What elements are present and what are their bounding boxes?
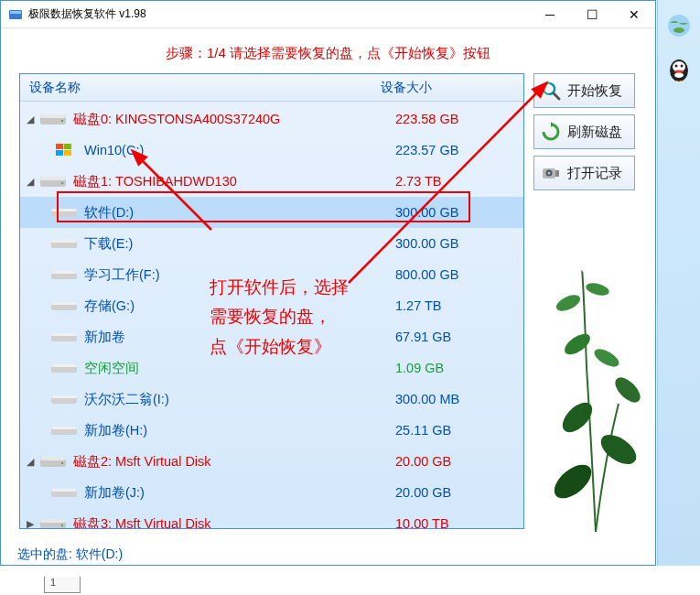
device-panel: 设备名称 设备大小 ◢磁盘0: KINGSTONSA400S37240G223.… [19,73,524,529]
volume-icon [49,359,79,377]
svg-line-38 [554,93,559,99]
svg-point-4 [61,120,63,122]
disk-icon [38,514,68,528]
table-header: 设备名称 设备大小 [20,74,523,102]
volume-row[interactable]: 新加卷(J:)20.00 GB [20,477,523,508]
row-size: 20.00 GB [395,485,523,500]
svg-rect-1 [10,11,21,14]
svg-point-59 [668,15,690,37]
row-size: 20.00 GB [395,454,523,469]
start-recovery-button[interactable]: 开始恢复 [533,73,635,108]
svg-rect-23 [51,364,77,367]
row-label: 新加卷(H:) [84,422,395,439]
volume-row[interactable]: 软件(D:)300.00 GB [20,197,523,228]
row-size: 67.91 GB [395,330,523,344]
volume-row[interactable]: 存储(G:)1.27 TB [20,290,523,321]
volume-icon [49,483,79,502]
disk-icon [38,110,68,128]
svg-rect-13 [51,209,77,211]
volume-icon [49,390,79,408]
status-bar: 选中的盘: 软件(D:) [1,545,655,565]
refresh-icon [540,121,562,143]
sidebar-globe-icon[interactable] [661,7,697,44]
row-size: 800.00 GB [395,267,523,282]
row-size: 300.00 GB [395,205,523,220]
header-name: 设备名称 [20,80,377,96]
volume-row[interactable]: 下载(E:)300.00 GB [20,228,523,259]
svg-rect-3 [40,114,66,118]
row-label: 软件(D:) [84,204,395,222]
row-label: 沃尔沃二翁(I:) [84,391,395,408]
titlebar: 极限数据恢复软件 v1.98 ─ ☐ ✕ [1,1,655,28]
volume-row[interactable]: Win10(C:)223.57 GB [20,135,523,166]
row-label: 磁盘1: TOSHIBAHDWD130 [73,173,395,190]
expander-icon[interactable]: ◢ [24,456,37,468]
row-size: 300.00 GB [395,236,523,251]
header-size: 设备大小 [377,80,523,96]
svg-rect-27 [51,427,77,429]
row-label: 下载(E:) [84,235,395,253]
volume-row[interactable]: 空闲空间1.09 GB [20,352,523,384]
svg-rect-32 [51,489,77,492]
app-window: 极限数据恢复软件 v1.98 ─ ☐ ✕ 步骤：1/4 请选择需要恢复的盘，点《… [0,0,656,566]
app-icon [8,7,23,22]
svg-point-35 [61,525,63,526]
refresh-disk-label: 刷新磁盘 [567,124,622,141]
row-label: Win10(C:) [84,143,395,157]
row-label: 磁盘2: Msft Virtual Disk [73,453,395,471]
volume-icon [49,234,79,253]
device-tree[interactable]: ◢磁盘0: KINGSTONSA400S37240G223.58 GBWin10… [20,102,523,528]
row-size: 300.00 MB [395,392,523,406]
windows-icon [49,141,79,159]
expander-icon[interactable]: ▶ [24,518,37,529]
disk-row[interactable]: ◢磁盘0: KINGSTONSA400S37240G223.58 GB [20,103,523,135]
svg-point-63 [675,65,678,68]
svg-point-30 [61,462,63,464]
row-label: 新加卷(J:) [84,484,395,502]
sidebar-qq-icon[interactable] [661,51,697,88]
volume-row[interactable]: 新加卷67.91 GB [20,321,523,352]
disk-row[interactable]: ▶磁盘3: Msft Virtual Disk10.00 TB [20,508,523,528]
svg-point-11 [61,182,63,184]
bottom-tab[interactable]: 1 [44,577,81,593]
row-label: 磁盘3: Msft Virtual Disk [73,515,395,529]
volume-icon [49,297,79,315]
close-button[interactable]: ✕ [613,1,655,28]
step-banner: 步骤：1/4 请选择需要恢复的盘，点《开始恢复》按钮 [1,28,655,73]
row-size: 223.57 GB [395,143,523,157]
side-buttons: 开始恢复 刷新磁盘 打开记录 [533,73,635,529]
window-controls: ─ ☐ ✕ [529,1,655,28]
expander-icon[interactable]: ◢ [24,114,37,125]
row-size: 1.27 TB [395,298,523,313]
window-title: 极限数据恢复软件 v1.98 [28,6,529,22]
row-size: 25.11 GB [395,423,523,438]
svg-point-64 [681,65,684,68]
disk-icon [38,172,68,190]
expander-icon[interactable]: ◢ [24,176,37,188]
row-label: 空闲空间 [84,360,395,377]
disk-row[interactable]: ◢磁盘1: TOSHIBAHDWD1302.73 TB [20,166,523,197]
svg-rect-25 [51,395,77,398]
volume-icon [49,203,79,222]
svg-point-41 [548,172,551,175]
svg-rect-21 [51,333,77,336]
disk-icon [38,452,68,471]
row-label: 磁盘0: KINGSTONSA400S37240G [73,111,395,128]
disk-row[interactable]: ◢磁盘2: Msft Virtual Disk20.00 GB [20,446,523,477]
svg-point-60 [673,27,684,33]
refresh-disk-button[interactable]: 刷新磁盘 [533,114,635,149]
minimize-button[interactable]: ─ [529,1,571,28]
open-record-button[interactable]: 打开记录 [533,156,635,190]
svg-rect-42 [555,170,559,177]
volume-row[interactable]: 沃尔沃二翁(I:)300.00 MB [20,384,523,415]
volume-icon [49,421,79,439]
magnifier-icon [540,80,562,102]
row-label: 存储(G:) [84,298,395,315]
svg-rect-8 [64,150,71,156]
volume-row[interactable]: 学习工作(F:)800.00 GB [20,259,523,290]
maximize-button[interactable]: ☐ [571,1,613,28]
svg-rect-19 [51,302,77,305]
svg-point-65 [674,72,684,78]
svg-rect-10 [40,177,66,180]
volume-row[interactable]: 新加卷(H:)25.11 GB [20,415,523,446]
